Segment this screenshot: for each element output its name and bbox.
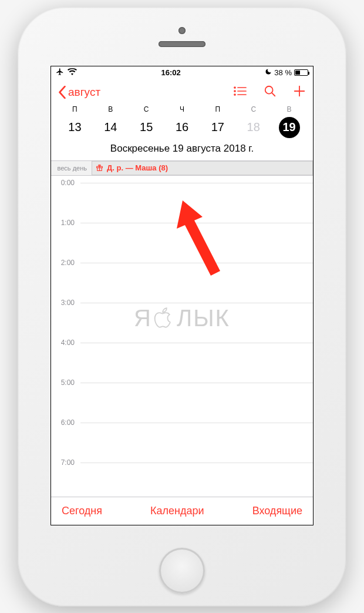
day-cell[interactable]: 16 [164,117,200,138]
clock: 16:02 [161,68,181,77]
hour-row: 2:00 [51,263,313,303]
weekday-abbrev: Ч [164,105,200,113]
phone-speaker [159,41,205,47]
back-label: август [68,86,100,99]
phone-frame: 16:02 38 % август [18,7,346,607]
hour-row: 5:00 [51,383,313,423]
hour-line [80,343,313,383]
svg-point-0 [234,87,235,88]
weekday-abbrev: П [57,105,93,113]
hour-row: 7:00 [51,463,313,497]
hour-row: 0:00 [51,183,313,223]
day-cell[interactable]: 13 [57,117,93,138]
selected-date-title: Воскресенье 19 августа 2018 г. [51,143,313,160]
weekday-abbrev: В [271,105,307,113]
wifi-icon [68,68,77,77]
today-button[interactable]: Сегодня [62,505,102,517]
event-title: Д. р. — Маша (8) [107,163,168,172]
inbox-button[interactable]: Входящие [252,505,302,517]
hour-line [80,263,313,303]
svg-point-2 [234,91,235,92]
hour-row: 6:00 [51,423,313,463]
hour-label: 6:00 [51,418,80,458]
home-button[interactable] [159,548,205,594]
all-day-row: весь день Д. р. — Маша (8) [51,160,313,176]
hour-label: 0:00 [51,179,80,219]
list-view-icon[interactable] [233,86,247,99]
weekday-abbrev: С [129,105,164,113]
weekday-abbrev: П [200,105,235,113]
screen: 16:02 38 % август [50,66,314,525]
svg-point-4 [234,94,235,95]
calendars-button[interactable]: Календари [150,505,204,517]
back-button[interactable]: август [58,86,100,99]
hour-line [80,303,313,343]
hour-line [80,423,313,463]
hour-line [80,183,313,223]
hour-line [80,223,313,263]
svg-line-7 [272,93,275,96]
battery-text: 38 % [274,68,292,77]
day-cell[interactable]: 19 [271,117,307,138]
status-bar: 16:02 38 % [51,66,313,79]
gift-icon [96,164,103,172]
add-event-icon[interactable] [293,85,306,100]
hour-label: 5:00 [51,378,80,418]
hour-row: 4:00 [51,343,313,383]
airplane-mode-icon [56,68,64,78]
date-row: 13141516171819 [51,115,313,143]
day-cell[interactable]: 14 [93,117,129,138]
hour-line [80,383,313,423]
weekday-abbrevs: ПВСЧПСВ [51,105,313,115]
hour-label: 1:00 [51,219,80,259]
day-cell[interactable]: 17 [200,117,235,138]
day-cell[interactable]: 18 [235,117,271,138]
day-cell[interactable]: 15 [129,117,164,138]
hour-line [80,463,313,497]
search-icon[interactable] [264,85,277,100]
all-day-event[interactable]: Д. р. — Маша (8) [92,161,313,175]
weekday-abbrev: С [235,105,271,113]
hour-label: 7:00 [51,458,80,497]
hour-row: 3:00 [51,303,313,343]
hour-label: 2:00 [51,259,80,299]
dnd-moon-icon [265,68,272,77]
weekday-abbrev: В [93,105,129,113]
all-day-label: весь день [51,161,92,175]
bottom-toolbar: Сегодня Календари Входящие [51,497,313,525]
nav-bar: август [51,79,313,105]
battery-icon [294,69,308,76]
hour-label: 4:00 [51,339,80,378]
phone-camera [178,27,186,34]
hour-row: 1:00 [51,223,313,263]
hour-label: 3:00 [51,299,80,339]
hours-grid[interactable]: Я ЛЫК 0:001:002:003:004:005:006:007:008:… [51,176,313,497]
